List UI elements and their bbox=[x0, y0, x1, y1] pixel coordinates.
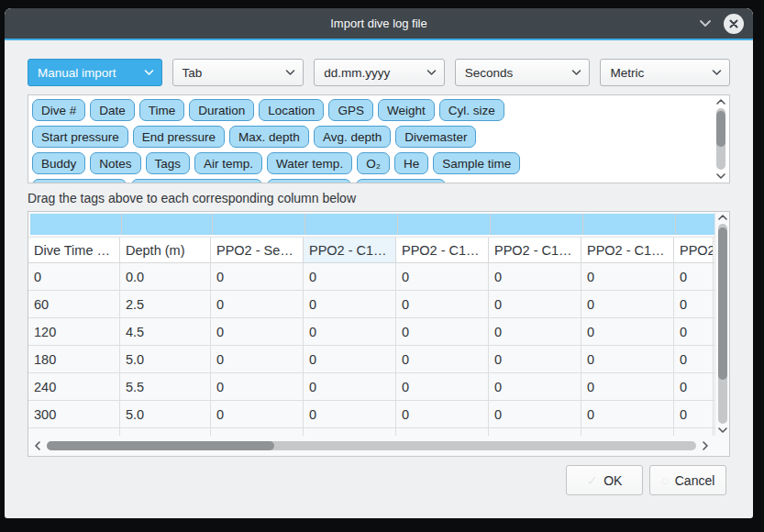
table-hscroll-thumb[interactable] bbox=[47, 441, 274, 450]
tag-notes[interactable]: Notes bbox=[90, 152, 140, 174]
chevron-down-icon bbox=[571, 70, 581, 76]
column-header-2[interactable]: PPO2 - Se… bbox=[211, 238, 304, 262]
tag-gps[interactable]: GPS bbox=[328, 99, 373, 121]
tag-sample-temperature[interactable]: Sample temperature bbox=[131, 179, 261, 183]
table-cell: 0 bbox=[304, 401, 396, 427]
tag-sample-time[interactable]: Sample time bbox=[433, 152, 520, 174]
close-button[interactable] bbox=[724, 14, 744, 34]
chevron-down-icon bbox=[712, 70, 722, 76]
table-vscroll-track[interactable] bbox=[718, 224, 727, 424]
select-separator[interactable]: Tab bbox=[172, 59, 304, 86]
column-header-3[interactable]: PPO2 - C1… bbox=[304, 238, 396, 262]
column-header-1[interactable]: Depth (m) bbox=[120, 238, 211, 262]
scroll-left-icon[interactable] bbox=[34, 440, 41, 451]
table-body: 00.0000000602.50000001204.50000001805.00… bbox=[28, 263, 714, 436]
column-header-7[interactable]: PPO2 bbox=[674, 238, 714, 262]
tag-o[interactable]: O₂ bbox=[357, 152, 390, 174]
table-cell: 0.0 bbox=[120, 263, 211, 290]
table-cell: 0 bbox=[581, 291, 674, 317]
table-cell: 300 bbox=[28, 401, 120, 427]
table-row-partial bbox=[28, 428, 714, 436]
drop-target-cell[interactable] bbox=[213, 214, 305, 235]
dialog-button-row: ✓ OK ○ Cancel bbox=[28, 465, 730, 495]
table-cell: 0 bbox=[489, 291, 581, 317]
select-value: Tab bbox=[183, 66, 203, 80]
tag-start-pressure[interactable]: Start pressure bbox=[32, 126, 128, 148]
cancel-button[interactable]: ○ Cancel bbox=[649, 465, 726, 495]
column-header-6[interactable]: PPO2 - C1… bbox=[581, 238, 674, 262]
select-duration-format[interactable]: Seconds bbox=[455, 59, 591, 86]
table-cell: 0 bbox=[674, 373, 714, 400]
chevron-down-icon bbox=[285, 70, 295, 76]
table-cell: 0 bbox=[489, 373, 581, 400]
table-cell: 0 bbox=[211, 291, 304, 317]
table-row: 2405.5000000 bbox=[28, 373, 714, 401]
table-row: 602.5000000 bbox=[28, 291, 714, 318]
titlebar[interactable]: Import dive log file bbox=[5, 8, 753, 39]
column-header-4[interactable]: PPO2 - C1… bbox=[396, 238, 489, 262]
drop-target-cell[interactable] bbox=[676, 214, 714, 235]
scroll-down-icon[interactable] bbox=[717, 427, 728, 434]
table-vscroll-thumb[interactable] bbox=[718, 227, 727, 380]
tag-max-depth[interactable]: Max. depth bbox=[229, 126, 309, 148]
table-vertical-scrollbar[interactable] bbox=[714, 212, 729, 436]
tag-sample-depth[interactable]: Sample depth bbox=[32, 179, 127, 183]
table-cell: 0 bbox=[211, 373, 304, 400]
tag-sample-cns[interactable]: Sample CNS bbox=[356, 179, 446, 183]
tag-tags[interactable]: Tags bbox=[146, 152, 191, 174]
scroll-right-icon[interactable] bbox=[702, 440, 709, 451]
drop-target-cell[interactable] bbox=[30, 214, 122, 235]
select-import-mode[interactable]: Manual import bbox=[28, 59, 162, 86]
scroll-up-icon[interactable] bbox=[715, 98, 726, 105]
scroll-up-icon[interactable] bbox=[717, 214, 728, 221]
titlebar-chevron-down-icon[interactable] bbox=[698, 17, 713, 31]
table-cell: 0 bbox=[581, 373, 674, 400]
drop-target-cell[interactable] bbox=[398, 214, 491, 235]
tag-scrollbar-track[interactable] bbox=[716, 108, 725, 170]
tag-buddy[interactable]: Buddy bbox=[32, 152, 85, 174]
drop-target-cell[interactable] bbox=[491, 214, 583, 235]
tag-avg-depth[interactable]: Avg. depth bbox=[314, 126, 391, 148]
tag-duration[interactable]: Duration bbox=[189, 99, 254, 121]
tag-cyl-size[interactable]: Cyl. size bbox=[439, 99, 504, 121]
tag-air-temp[interactable]: Air temp. bbox=[194, 152, 262, 174]
table-cell: 0 bbox=[211, 401, 304, 427]
column-header-0[interactable]: Dive Time … bbox=[28, 238, 120, 262]
tag-date[interactable]: Date bbox=[90, 99, 135, 121]
tag-weight[interactable]: Weight bbox=[378, 99, 435, 121]
ok-button[interactable]: ✓ OK bbox=[566, 465, 643, 495]
tag-time[interactable]: Time bbox=[139, 99, 185, 121]
table-cell: 120 bbox=[28, 318, 120, 345]
tag-sample-po[interactable]: Sample pO₂ bbox=[267, 179, 352, 183]
table-cell: 0 bbox=[674, 346, 714, 372]
table-cell: 0 bbox=[674, 291, 714, 317]
tag-scrollbar-thumb[interactable] bbox=[716, 111, 725, 147]
tag-list: Dive #DateTimeDurationLocationGPSWeightC… bbox=[32, 99, 711, 183]
table-cell: 0 bbox=[581, 263, 674, 290]
table-row: 1805.0000000 bbox=[28, 346, 714, 373]
drop-target-cell[interactable] bbox=[583, 214, 676, 235]
table-cell: 0 bbox=[396, 401, 489, 427]
drop-target-cell[interactable] bbox=[122, 214, 213, 235]
drop-target-cell[interactable] bbox=[305, 214, 398, 235]
table-cell: 0 bbox=[674, 263, 714, 290]
tag-location[interactable]: Location bbox=[259, 99, 324, 121]
table-horizontal-scrollbar[interactable] bbox=[28, 436, 714, 456]
tag-container: Dive #DateTimeDurationLocationGPSWeightC… bbox=[28, 94, 730, 183]
tag-he[interactable]: He bbox=[394, 152, 428, 174]
select-date-format[interactable]: dd.mm.yyyy bbox=[314, 59, 445, 86]
tag-dive[interactable]: Dive # bbox=[32, 99, 85, 121]
table-cell: 0 bbox=[674, 318, 714, 345]
table-cell: 0 bbox=[304, 263, 396, 290]
tag-water-temp[interactable]: Water temp. bbox=[267, 152, 352, 174]
tag-divemaster[interactable]: Divemaster bbox=[395, 126, 476, 148]
tag-row: Dive #DateTimeDurationLocationGPSWeightC… bbox=[32, 99, 711, 121]
tag-end-pressure[interactable]: End pressure bbox=[133, 126, 225, 148]
scroll-down-icon[interactable] bbox=[715, 172, 726, 180]
tag-scrollbar[interactable] bbox=[714, 96, 728, 182]
tag-row: Start pressureEnd pressureMax. depthAvg.… bbox=[32, 126, 711, 148]
table-cell: 5.0 bbox=[120, 401, 211, 427]
table-hscroll-track[interactable] bbox=[47, 441, 696, 450]
select-units[interactable]: Metric bbox=[600, 59, 730, 86]
column-header-5[interactable]: PPO2 - C1… bbox=[489, 238, 581, 262]
